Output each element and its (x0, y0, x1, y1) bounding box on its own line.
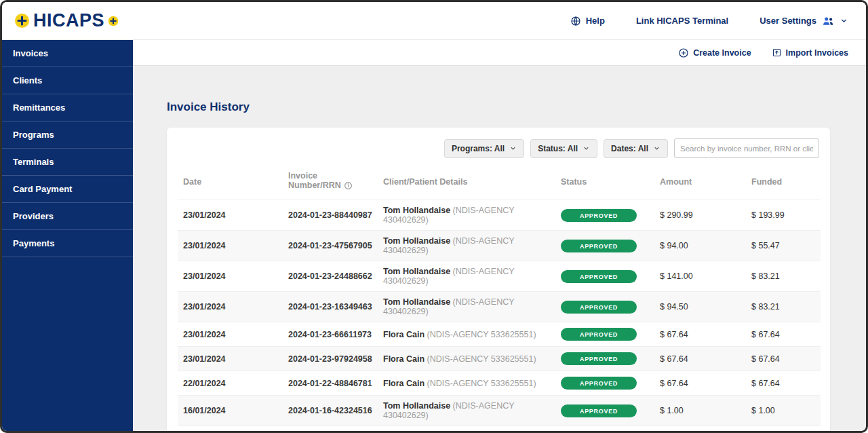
user-settings-label: User Settings (760, 16, 816, 26)
cell-date: 16/01/2024 (178, 396, 283, 426)
programs-filter-label: Programs: All (452, 144, 505, 153)
status-badge: APPROVED (561, 270, 637, 283)
logo-plus-icon (108, 16, 119, 26)
status-badge: APPROVED (561, 240, 637, 252)
client-name: Tom Hollandaise (383, 206, 450, 215)
cell-status: APPROVED (555, 396, 654, 426)
create-invoice-button[interactable]: Create Invoice (678, 48, 751, 58)
header-links: Help Link HICAPS Terminal User Settings (570, 15, 848, 27)
page-area: Invoice History Programs: All Status: Al… (133, 66, 866, 431)
sidebar-item-clients[interactable]: Clients (2, 67, 133, 94)
client-ndis-detail: (NDIS-AGENCY 533625551) (427, 330, 536, 339)
invoice-history-card: Programs: All Status: All Dates: All (167, 128, 830, 431)
sidebar-item-remittances[interactable]: Remittances (2, 94, 133, 121)
cell-date: 22/12/2023 (178, 426, 283, 432)
import-invoices-button[interactable]: Import Invoices (772, 48, 848, 58)
create-invoice-label: Create Invoice (693, 48, 751, 58)
main-content: Create Invoice Import Invoices Invoice H… (133, 40, 866, 431)
table-row[interactable]: 23/01/2024 2024-01-23-88440987 Tom Holla… (178, 200, 821, 231)
cell-invoice-number: 2024-01-23-66611973 (283, 322, 378, 347)
cell-status: APPROVED (555, 292, 654, 322)
cell-client: Tom Hollandaise (NDIS-AGENCY 430402629) (378, 292, 555, 322)
cell-invoice-number: 2023-12-22-58617629 (283, 426, 378, 432)
cell-funded: $ 67.64 (746, 347, 821, 371)
help-link[interactable]: Help (570, 16, 605, 26)
status-badge: APPROVED (561, 328, 637, 341)
cell-date: 22/01/2024 (178, 371, 283, 396)
status-filter-label: Status: All (538, 144, 578, 153)
dates-filter-label: Dates: All (611, 144, 648, 153)
col-header-amount: Amount (654, 164, 746, 200)
cell-amount: $ 67.64 (654, 426, 746, 432)
status-badge: APPROVED (561, 301, 637, 314)
sidebar-item-invoices[interactable]: Invoices (2, 40, 133, 67)
cell-client: Flora Cain (NDIS-AGENCY 533625551) (378, 347, 555, 371)
table-row[interactable]: 23/01/2024 2024-01-23-16349463 Tom Holla… (178, 292, 821, 322)
cell-funded: $ 67.64 (746, 426, 821, 432)
help-label: Help (586, 16, 605, 26)
sidebar-item-terminals[interactable]: Terminals (2, 149, 133, 176)
cell-status: APPROVED (555, 231, 654, 261)
cell-invoice-number: 2024-01-23-97924958 (283, 347, 378, 371)
sidebar-item-payments[interactable]: Payments (2, 230, 133, 257)
user-settings-menu[interactable]: User Settings (760, 15, 848, 27)
link-hicaps-terminal-link[interactable]: Link HICAPS Terminal (636, 16, 728, 26)
plus-circle-icon (678, 48, 689, 58)
cell-amount: $ 94.00 (654, 231, 746, 261)
cell-amount: $ 67.64 (654, 322, 746, 347)
table-row[interactable]: 23/01/2024 2024-01-23-66611973 Flora Cai… (178, 322, 821, 347)
sidebar-item-card-payment[interactable]: Card Payment (2, 176, 133, 203)
cell-invoice-number: 2024-01-23-16349463 (283, 292, 378, 322)
cell-date: 23/01/2024 (178, 200, 283, 231)
status-badge: APPROVED (561, 377, 637, 390)
cell-amount: $ 141.00 (654, 261, 746, 292)
link-terminal-label: Link HICAPS Terminal (636, 16, 728, 26)
table-header-row: Date Invoice Number/RRN Client/Patient D… (178, 164, 821, 200)
cell-status: APPROVED (555, 347, 654, 371)
cell-amount: $ 1.00 (654, 396, 746, 426)
table-row[interactable]: 16/01/2024 2024-01-16-42324516 Tom Holla… (178, 396, 821, 426)
page-title: Invoice History (167, 100, 830, 114)
table-row[interactable]: 22/12/2023 2023-12-22-58617629 Tom Holla… (178, 426, 821, 432)
cell-funded: $ 1.00 (746, 396, 821, 426)
cell-date: 23/01/2024 (178, 231, 283, 261)
cell-client: Tom Hollandaise (NDIS-AGENCY 430402629) (378, 231, 555, 261)
cell-client: Tom Hollandaise (NDIS-AGENCY 430402629) (378, 200, 555, 231)
cell-invoice-number: 2024-01-16-42324516 (283, 396, 378, 426)
cell-client: Flora Cain (NDIS-AGENCY 533625551) (378, 371, 555, 396)
info-icon[interactable] (344, 181, 353, 190)
client-name: Tom Hollandaise (383, 297, 450, 307)
programs-filter-dropdown[interactable]: Programs: All (444, 139, 524, 158)
chevron-down-icon (509, 145, 517, 152)
dates-filter-dropdown[interactable]: Dates: All (604, 139, 668, 158)
cell-date: 23/01/2024 (178, 347, 283, 371)
sidebar-item-providers[interactable]: Providers (2, 203, 133, 230)
hicaps-logo[interactable]: HICAPS (14, 10, 119, 31)
cell-status: APPROVED (555, 322, 654, 347)
cell-funded: $ 83.21 (746, 261, 821, 292)
table-row[interactable]: 23/01/2024 2024-01-23-24488662 Tom Holla… (178, 261, 821, 292)
col-header-funded: Funded (746, 164, 821, 200)
cell-invoice-number: 2024-01-23-47567905 (283, 231, 378, 261)
app-window: HICAPS Help Link HICAPS Terminal User Se… (0, 0, 868, 433)
cell-funded: $ 55.47 (746, 231, 821, 261)
globe-icon (570, 16, 581, 26)
logo-text: HICAPS (33, 10, 104, 31)
sidebar-item-programs[interactable]: Programs (2, 121, 133, 149)
cell-invoice-number: 2024-01-22-48846781 (283, 371, 378, 396)
search-input[interactable] (674, 138, 819, 158)
import-invoices-label: Import Invoices (786, 48, 848, 58)
client-name: Flora Cain (383, 330, 425, 339)
table-row[interactable]: 23/01/2024 2024-01-23-47567905 Tom Holla… (178, 231, 821, 261)
col-header-status: Status (555, 164, 654, 200)
table-row[interactable]: 23/01/2024 2024-01-23-97924958 Flora Cai… (178, 347, 821, 371)
cell-status: APPROVED (555, 261, 654, 292)
col-header-client: Client/Patient Details (378, 164, 555, 200)
table-row[interactable]: 22/01/2024 2024-01-22-48846781 Flora Cai… (178, 371, 821, 396)
status-filter-dropdown[interactable]: Status: All (530, 139, 597, 158)
client-name: Tom Hollandaise (383, 236, 450, 246)
invoice-table-body: 23/01/2024 2024-01-23-88440987 Tom Holla… (178, 200, 821, 432)
cell-client: Tom Hollandaise (NDIS-AGENCY 430402629) (378, 261, 555, 292)
cell-client: Tom Hollandaise (NDIS-AGENCY 430402629) (378, 426, 555, 432)
client-name: Flora Cain (383, 379, 425, 388)
